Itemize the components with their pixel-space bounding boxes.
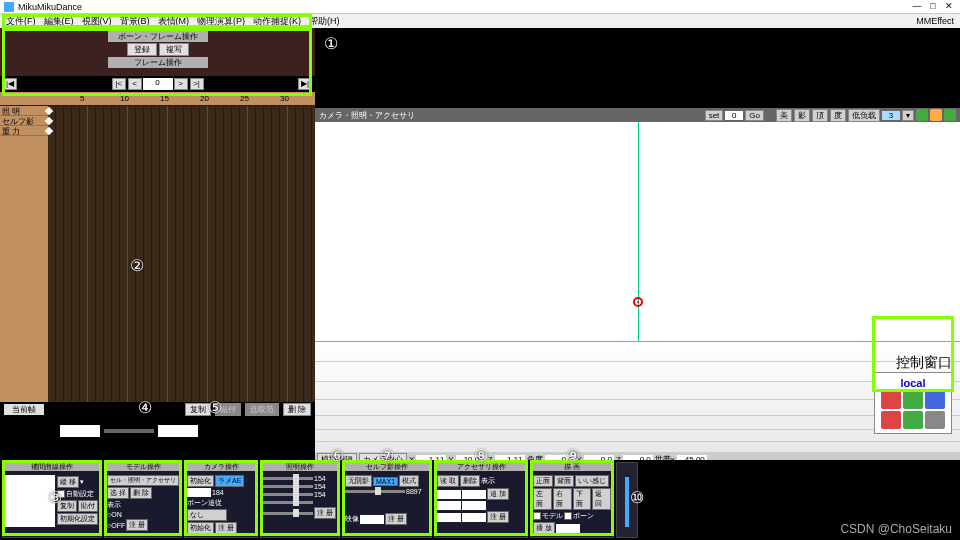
vp-ico3[interactable]	[944, 109, 956, 121]
acc-del[interactable]: 删除	[460, 475, 480, 487]
frame-next2-button[interactable]: >|	[190, 78, 204, 90]
vp-lowload[interactable]: 低负载	[848, 109, 880, 122]
maximize-button[interactable]: □	[926, 1, 940, 13]
p2-del[interactable]: 删 除	[130, 487, 152, 499]
vp-vertex[interactable]: 頂	[812, 109, 828, 122]
register-button[interactable]: 登録	[127, 43, 157, 56]
shadow-val[interactable]	[360, 515, 384, 524]
acc-rz[interactable]	[462, 513, 486, 522]
cam-init[interactable]: 初始化	[187, 475, 214, 487]
view-right[interactable]: 右面	[553, 488, 572, 510]
interp-slider[interactable]	[104, 429, 154, 433]
cam-ae[interactable]: ラメAE	[215, 475, 244, 487]
mme-label[interactable]: MMEffect	[912, 16, 958, 26]
cam-none[interactable]: なし	[187, 509, 227, 521]
vp-shadow[interactable]: 影	[794, 109, 810, 122]
set-button[interactable]: set	[705, 110, 724, 121]
interp-input2[interactable]	[158, 425, 198, 437]
view-left[interactable]: 左面	[533, 488, 552, 510]
track-gravity[interactable]: 重 力	[0, 126, 48, 136]
acc-load[interactable]: 读 取	[437, 475, 459, 487]
p1-paste[interactable]: 貼付	[78, 500, 98, 512]
menu-view[interactable]: 視图(V)	[78, 15, 116, 28]
acc-reg[interactable]: 注 册	[487, 511, 509, 523]
interp-input[interactable]	[60, 425, 100, 437]
frame-next-button[interactable]: >	[174, 78, 188, 90]
menu-file[interactable]: 文件(F)	[2, 15, 40, 28]
menu-bg[interactable]: 背景(B)	[116, 15, 154, 28]
close-button[interactable]: ✕	[942, 1, 956, 13]
interp-axis-select[interactable]: 縱 移	[57, 476, 79, 488]
cam-reg[interactable]: 注 册	[215, 522, 237, 534]
control-window[interactable]: local	[874, 372, 952, 434]
p2-reg[interactable]: 注 册	[126, 519, 148, 531]
frame-prev-button[interactable]: <	[128, 78, 142, 90]
track-shadow[interactable]: セルフ影	[0, 116, 48, 126]
shadow-mode[interactable]: 模式	[399, 475, 419, 487]
vp-dropdown-icon[interactable]: ▾	[902, 110, 914, 121]
select-range-button[interactable]: 选取范	[245, 403, 279, 416]
play-from[interactable]	[556, 524, 580, 533]
volume-slider[interactable]	[625, 477, 629, 527]
delete-frames-button[interactable]: 删 除	[283, 403, 311, 416]
frame-last-button[interactable]: ▶|	[298, 78, 312, 90]
shadow-max[interactable]: MAX1	[373, 477, 398, 486]
mdl-check[interactable]	[533, 512, 541, 520]
ctrl-mode-label[interactable]: local	[879, 377, 947, 389]
light-r-slider[interactable]	[263, 477, 313, 480]
p2-select[interactable]: 选 择	[107, 487, 129, 499]
camera-target-icon[interactable]	[633, 297, 643, 307]
no-shadow[interactable]: 无阴影	[345, 475, 372, 487]
model-select[interactable]: セル・照明・アクセサリ	[107, 475, 179, 486]
rotate-x-icon[interactable]	[881, 391, 901, 409]
frame-first-button[interactable]: |◀	[3, 78, 17, 90]
acc-ry[interactable]	[462, 501, 486, 510]
view-nice[interactable]: いい感じ	[575, 475, 609, 487]
vp-frame[interactable]: 0	[725, 111, 743, 120]
vp-deg[interactable]: 度	[830, 109, 846, 122]
timeline-grid[interactable]	[48, 106, 315, 402]
view-return[interactable]: 返回	[592, 488, 611, 510]
menu-edit[interactable]: 編集(E)	[40, 15, 78, 28]
view-back[interactable]: 背面	[554, 475, 574, 487]
frame-prev2-button[interactable]: |<	[112, 78, 126, 90]
acc-rx[interactable]	[462, 490, 486, 499]
copy-frames-button[interactable]: 复制	[185, 403, 211, 416]
view-front[interactable]: 正面	[533, 475, 553, 487]
menu-help[interactable]: 帮助(H)	[305, 15, 344, 28]
move-y-icon[interactable]	[903, 411, 923, 429]
rotate-y-icon[interactable]	[903, 391, 923, 409]
light-x-slider[interactable]	[263, 501, 313, 504]
vp-ico1[interactable]	[916, 109, 928, 121]
minimize-button[interactable]: —	[910, 1, 924, 13]
bone-check[interactable]	[564, 512, 572, 520]
menu-physics[interactable]: 物理演算(P)	[193, 15, 249, 28]
light-b-slider[interactable]	[263, 493, 313, 496]
cam-init2[interactable]: 初始化	[187, 522, 214, 534]
view-bottom[interactable]: 下面	[573, 488, 592, 510]
vp-beauty[interactable]: 美	[776, 109, 792, 122]
frame-input[interactable]: 0	[143, 78, 173, 90]
p1-reset[interactable]: 初期化設定	[57, 513, 98, 525]
rotate-z-icon[interactable]	[925, 391, 945, 409]
menu-mocap[interactable]: 动作捕捉(K)	[249, 15, 305, 28]
shadow-slider[interactable]	[345, 490, 405, 493]
cam-val[interactable]	[187, 488, 211, 497]
acc-z[interactable]	[437, 513, 461, 522]
copy-button[interactable]: 複写	[159, 43, 189, 56]
vp-ico2[interactable]	[930, 109, 942, 121]
play-button[interactable]: 播 放	[533, 522, 555, 534]
move-z-icon[interactable]	[925, 411, 945, 429]
light-reg[interactable]: 注 册	[314, 507, 336, 519]
menu-face[interactable]: 表情(M)	[154, 15, 194, 28]
timeline[interactable]: 5 10 15 20 25 30 35 照 明 セルフ影 重 力	[0, 92, 315, 402]
acc-add[interactable]: 追 加	[487, 488, 509, 500]
shadow-reg[interactable]: 注 册	[385, 513, 407, 525]
move-x-icon[interactable]	[881, 411, 901, 429]
acc-x[interactable]	[437, 490, 461, 499]
light-g-slider[interactable]	[263, 485, 313, 488]
viewport-3d[interactable]: 控制窗口 local	[315, 122, 960, 452]
acc-y[interactable]	[437, 501, 461, 510]
go-button[interactable]: Go	[745, 110, 764, 121]
light-y-slider[interactable]	[263, 512, 313, 515]
